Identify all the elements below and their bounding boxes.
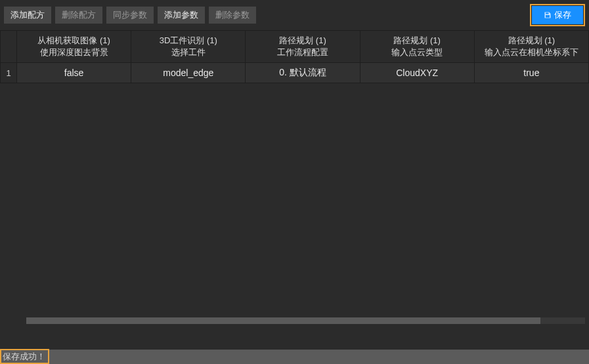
save-button-label: 保存	[554, 9, 571, 21]
cell[interactable]: false	[17, 63, 131, 83]
add-param-button[interactable]: 添加参数	[158, 7, 205, 24]
row-number: 1	[1, 63, 17, 83]
column-header[interactable]: 路径规划 (1) 工作流程配置	[246, 31, 360, 63]
column-header[interactable]: 路径规划 (1) 输入点云类型	[360, 31, 474, 63]
column-header[interactable]: 从相机获取图像 (1) 使用深度图去背景	[17, 31, 131, 63]
save-icon	[544, 11, 552, 19]
status-bar-fill	[49, 350, 589, 364]
cell[interactable]: 0. 默认流程	[246, 63, 360, 83]
column-header[interactable]: 3D工件识别 (1) 选择工件	[131, 31, 246, 63]
params-table: 从相机获取图像 (1) 使用深度图去背景 3D工件识别 (1) 选择工件 路径规…	[0, 30, 589, 83]
cell[interactable]: CloudXYZ	[360, 63, 474, 83]
table-area: 从相机获取图像 (1) 使用深度图去背景 3D工件识别 (1) 选择工件 路径规…	[0, 30, 589, 332]
status-message: 保存成功！	[0, 349, 49, 364]
add-recipe-button[interactable]: 添加配方	[4, 7, 51, 24]
rownum-header	[1, 31, 17, 63]
table-row[interactable]: 1 false model_edge 0. 默认流程 CloudXYZ true	[1, 63, 589, 83]
scrollbar-thumb[interactable]	[26, 317, 540, 324]
cell[interactable]: true	[474, 63, 588, 83]
cell[interactable]: model_edge	[131, 63, 246, 83]
save-button[interactable]: 保存	[532, 6, 583, 24]
delete-param-button[interactable]: 删除参数	[209, 7, 256, 24]
column-header[interactable]: 路径规划 (1) 输入点云在相机坐标系下	[474, 31, 588, 63]
save-button-highlight: 保存	[530, 4, 585, 26]
toolbar: 添加配方 删除配方 同步参数 添加参数 删除参数 保存	[0, 0, 589, 30]
horizontal-scrollbar[interactable]	[26, 317, 585, 324]
sync-params-button[interactable]: 同步参数	[106, 7, 154, 24]
status-bar: 保存成功！	[0, 348, 589, 364]
delete-recipe-button[interactable]: 删除配方	[55, 7, 102, 24]
